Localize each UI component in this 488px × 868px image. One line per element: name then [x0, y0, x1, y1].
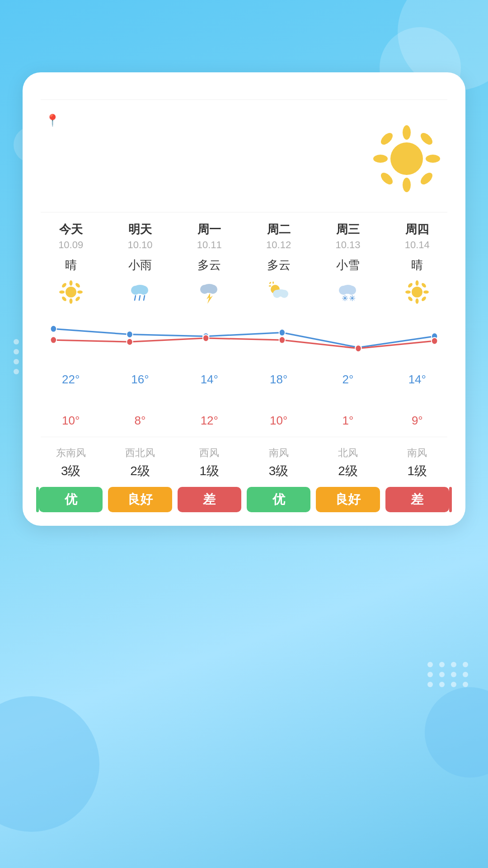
day-weather-text: 晴: [411, 257, 423, 273]
wind-level: 3级: [61, 462, 81, 480]
forecast-col-day: 今天 10.09: [36, 222, 105, 257]
temp-col: 2° 1°: [313, 373, 382, 428]
day-date: 10.10: [127, 239, 152, 251]
bg-dots-right: [427, 662, 470, 687]
sun-svg-icon: [371, 123, 443, 195]
wind-row: 东南风 3级西北风 2级西风 1级南风 3级北风 2级南风 1级: [23, 446, 465, 480]
svg-point-16: [61, 296, 67, 302]
forecast-icons-row: ✳ ✳: [36, 279, 452, 309]
low-temp: 1°: [343, 414, 354, 428]
temp-col: 14° 9°: [383, 373, 452, 428]
svg-point-56: [127, 339, 132, 345]
forecast-col-icon: [105, 279, 174, 309]
divider-3: [41, 437, 447, 437]
temp-col: 18° 10°: [244, 373, 313, 428]
high-temp: 14°: [201, 373, 218, 387]
wind-level: 1级: [200, 462, 220, 480]
day-date: 10.11: [197, 239, 222, 251]
forecast-col-day: 明天 10.10: [105, 222, 174, 257]
aqi-badge: 差: [178, 487, 241, 512]
svg-point-34: [280, 290, 288, 298]
svg-line-22: [139, 296, 140, 300]
svg-point-43: [405, 291, 411, 294]
wind-direction: 南风: [269, 446, 289, 460]
location-row: 📍: [45, 113, 63, 127]
svg-line-23: [144, 296, 145, 300]
low-temp: 9°: [412, 414, 423, 428]
wind-direction: 北风: [338, 446, 358, 460]
day-weather-text: 晴: [65, 257, 77, 273]
svg-point-14: [61, 282, 67, 288]
svg-point-0: [390, 142, 423, 175]
svg-point-29: [272, 282, 274, 284]
svg-point-1: [403, 125, 411, 140]
svg-point-8: [418, 170, 434, 186]
svg-point-33: [273, 290, 281, 298]
svg-point-42: [416, 298, 419, 304]
forecast-col-icon: [175, 279, 244, 309]
svg-point-46: [421, 282, 427, 288]
svg-point-12: [59, 291, 65, 294]
svg-point-45: [408, 282, 413, 288]
svg-point-50: [127, 331, 132, 338]
svg-point-15: [75, 282, 80, 288]
day-name: 今天: [59, 222, 83, 237]
divider-2: [41, 212, 447, 212]
day-date: 10.09: [58, 239, 83, 251]
wind-col: 南风 3级: [244, 446, 313, 480]
day-name: 周二: [267, 222, 291, 237]
aqi-badge: 良好: [316, 487, 380, 512]
svg-point-9: [66, 287, 76, 297]
forecast-col-weather: 晴: [383, 257, 452, 279]
wind-col: 北风 2级: [313, 446, 382, 480]
air-quality-row: [45, 135, 63, 150]
wind-col: 西风 1级: [175, 446, 244, 480]
high-temp: 22°: [62, 373, 80, 387]
day-weather-text: 多云: [197, 257, 221, 273]
svg-point-20: [139, 286, 148, 295]
svg-point-41: [416, 280, 419, 286]
svg-point-10: [69, 280, 72, 286]
high-temp: 2°: [343, 373, 354, 387]
weather-card: 📍: [23, 72, 465, 526]
svg-point-36: [339, 286, 348, 295]
forecast-weather-text-row: 晴小雨多云多云小雪晴: [36, 257, 452, 279]
card-header: [23, 72, 465, 99]
forecast-col-icon: [383, 279, 452, 309]
day-weather-icon: [404, 279, 430, 305]
current-weather-left: 📍: [45, 113, 63, 150]
day-weather-icon: ✳ ✳: [335, 279, 361, 305]
forecast-col-day: 周四 10.14: [383, 222, 452, 257]
high-temp: 14°: [408, 373, 426, 387]
day-name: 周三: [336, 222, 360, 237]
svg-point-47: [408, 296, 413, 302]
day-weather-icon: [266, 279, 291, 305]
low-temp: 12°: [201, 414, 218, 428]
forecast-col-icon: [36, 279, 105, 309]
wind-col: 东南风 3级: [36, 446, 105, 480]
svg-point-57: [203, 335, 209, 341]
forecast-col-weather: 小雪: [313, 257, 382, 279]
day-weather-text: 小雨: [128, 257, 152, 273]
aqi-row: 优良好差优良好差: [23, 487, 465, 512]
day-date: 10.13: [335, 239, 360, 251]
wind-level: 2级: [130, 462, 150, 480]
high-temp: 18°: [270, 373, 287, 387]
bg-decoration-bottom-left: [0, 696, 99, 832]
svg-line-21: [135, 296, 136, 300]
forecast-day-names-row: 今天 10.09明天 10.10周一 10.11周二 10.12周三 10.13…: [36, 222, 452, 257]
svg-point-3: [373, 155, 388, 163]
svg-point-7: [379, 170, 394, 186]
aqi-badge: 差: [385, 487, 449, 512]
day-weather-text: 小雪: [336, 257, 360, 273]
svg-point-49: [51, 326, 56, 332]
temp-col: 14° 12°: [175, 373, 244, 428]
aqi-badge: 优: [247, 487, 310, 512]
svg-point-17: [75, 296, 80, 302]
svg-point-30: [268, 285, 271, 287]
wind-direction: 西风: [199, 446, 219, 460]
day-weather-icon: [127, 279, 153, 305]
day-weather-text: 多云: [267, 257, 291, 273]
svg-point-58: [279, 337, 285, 344]
day-name: 周四: [405, 222, 429, 237]
